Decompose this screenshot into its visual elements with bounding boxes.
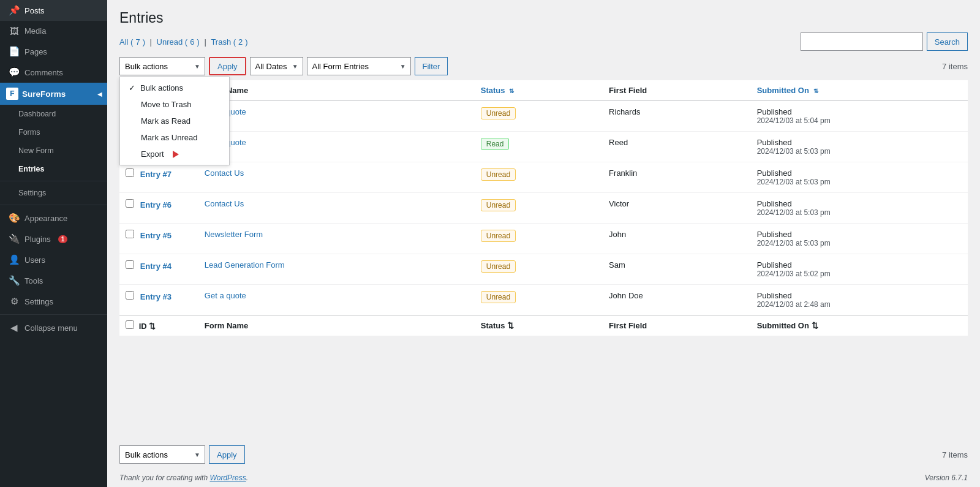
sidebar-item-sureforms[interactable]: F SureForms ◀ — [0, 83, 107, 105]
settings-icon: ⚙ — [9, 296, 20, 307]
appearance-icon: 🎨 — [9, 213, 20, 224]
filter-trash-link[interactable]: Trash (2) — [211, 37, 247, 47]
bulk-menu-item-mark-as-read[interactable]: Mark as Read — [120, 113, 229, 129]
bulk-menu-item-export[interactable]: Export — [120, 146, 229, 162]
cell-submitted-0: Published 2024/12/03 at 5:04 pm — [751, 101, 968, 132]
search-area: Search — [801, 32, 968, 51]
apply-button-bottom[interactable]: Apply — [209, 445, 245, 464]
tfoot-status[interactable]: Status ⇅ — [475, 315, 603, 336]
bulk-dropdown-menu: Bulk actions Move to Trash Mark as Read … — [119, 77, 230, 165]
forms-select[interactable]: All Form Entries — [307, 57, 411, 75]
entry-link-3[interactable]: Entry #6 — [140, 200, 172, 210]
table-body: Entry #9 Get a quote Unread Richards Pub… — [119, 101, 968, 315]
entry-link-2[interactable]: Entry #7 — [140, 170, 172, 179]
entry-link-4[interactable]: Entry #5 — [140, 231, 172, 240]
dates-wrapper: All Dates ▼ — [250, 57, 303, 75]
form-link-3[interactable]: Contact Us — [205, 199, 244, 208]
cell-form-1: Get a quote — [198, 132, 475, 162]
th-status[interactable]: Status ⇅ — [475, 80, 603, 101]
bulk-menu-item-bulk-actions[interactable]: Bulk actions — [120, 80, 229, 96]
comments-icon: 💬 — [9, 67, 20, 78]
bulk-actions-dropdown[interactable]: Bulk actions ▼ — [119, 57, 205, 75]
form-link-4[interactable]: Newsletter Form — [205, 230, 263, 239]
status-badge-6: Unread — [481, 291, 516, 303]
apply-button-top[interactable]: Apply — [209, 57, 246, 75]
form-link-6[interactable]: Get a quote — [205, 291, 246, 300]
sureforms-icon: F — [6, 88, 18, 100]
sidebar-item-tools[interactable]: 🔧 Tools — [0, 270, 107, 291]
cell-form-5: Lead Generation Form — [198, 254, 475, 285]
cell-first-field-0: Richards — [603, 101, 751, 132]
cell-id-3: Entry #6 — [119, 193, 198, 224]
bulk-menu-item-mark-as-unread[interactable]: Mark as Unread — [120, 129, 229, 146]
items-count-top: 7 items — [942, 62, 968, 71]
bottom-bar: Bulk actions ▼ Apply 7 items — [107, 440, 980, 469]
footer-status-sort-icon: ⇅ — [507, 321, 514, 330]
sidebar-item-settings[interactable]: ⚙ Settings — [0, 291, 107, 312]
sidebar-item-plugins[interactable]: 🔌 Plugins 1 — [0, 228, 107, 249]
cell-submitted-1: Published 2024/12/03 at 5:03 pm — [751, 132, 968, 162]
sidebar-item-appearance[interactable]: 🎨 Appearance — [0, 208, 107, 228]
th-first-field: First Field — [603, 80, 751, 101]
form-link-2[interactable]: Contact Us — [205, 168, 244, 178]
cell-submitted-3: Published 2024/12/03 at 5:03 pm — [751, 193, 968, 224]
status-badge-5: Unread — [481, 260, 516, 273]
tfoot-form-name: Form Name — [198, 315, 475, 336]
row-checkbox-2[interactable] — [126, 168, 134, 177]
cell-status-2: Unread — [475, 162, 603, 193]
table-row: Entry #5 Newsletter Form Unread John Pub… — [119, 224, 968, 254]
row-checkbox-3[interactable] — [126, 199, 134, 208]
row-checkbox-4[interactable] — [126, 230, 134, 238]
form-link-5[interactable]: Lead Generation Form — [205, 260, 285, 270]
search-button[interactable]: Search — [927, 32, 968, 51]
table-row: Entry #8 Get a quote Read Reed Published… — [119, 132, 968, 162]
content-area: ID ⇅ Form Name Status ⇅ First Field Subm — [107, 80, 980, 440]
entry-link-5[interactable]: Entry #4 — [140, 262, 172, 271]
sidebar-item-pages[interactable]: 📄 Pages — [0, 41, 107, 62]
posts-icon: 📌 — [9, 5, 20, 16]
sidebar-item-users[interactable]: 👤 Users — [0, 249, 107, 270]
bottom-bulk-select[interactable]: Bulk actions — [119, 445, 205, 464]
export-arrow-icon — [173, 151, 179, 158]
wordpress-link[interactable]: WordPress — [209, 474, 246, 482]
sidebar-item-comments[interactable]: 💬 Comments — [0, 62, 107, 83]
sidebar-item-new-form[interactable]: New Form — [0, 142, 107, 160]
status-sort-icon: ⇅ — [509, 88, 514, 94]
filter-button[interactable]: Filter — [415, 57, 448, 75]
bulk-actions-wrapper: Bulk actions ▼ Bulk actions Move to Tras… — [119, 57, 205, 75]
dates-select[interactable]: All Dates — [250, 57, 303, 75]
sidebar-item-collapse[interactable]: ◀ Collapse menu — [0, 317, 107, 338]
collapse-icon: ◀ — [9, 322, 20, 333]
sidebar-item-posts[interactable]: 📌 Posts — [0, 0, 107, 21]
cell-first-field-4: John — [603, 224, 751, 254]
sidebar-item-settings-sf[interactable]: Settings — [0, 184, 107, 202]
cell-form-0: Get a quote — [198, 101, 475, 132]
sidebar-item-entries[interactable]: Entries — [0, 160, 107, 178]
bulk-menu-item-move-to-trash[interactable]: Move to Trash — [120, 96, 229, 113]
filter-all-link[interactable]: All (7) — [119, 37, 145, 47]
cell-submitted-6: Published 2024/12/03 at 2:48 am — [751, 285, 968, 315]
filter-unread-link[interactable]: Unread (6) — [157, 37, 200, 47]
sidebar-item-forms[interactable]: Forms — [0, 123, 107, 142]
cell-id-2: Entry #7 — [119, 162, 198, 193]
search-input[interactable] — [801, 32, 923, 51]
cell-submitted-2: Published 2024/12/03 at 5:03 pm — [751, 162, 968, 193]
table-header-row: ID ⇅ Form Name Status ⇅ First Field Subm — [119, 80, 968, 101]
table-row: Entry #9 Get a quote Unread Richards Pub… — [119, 101, 968, 132]
tfoot-submitted-on[interactable]: Submitted On ⇅ — [751, 315, 968, 336]
plugins-badge: 1 — [58, 235, 68, 243]
sidebar-item-media[interactable]: 🖼 Media — [0, 21, 107, 41]
row-checkbox-6[interactable] — [126, 291, 134, 300]
cell-submitted-4: Published 2024/12/03 at 5:03 pm — [751, 224, 968, 254]
footer-id-sort-icon[interactable]: ⇅ — [149, 322, 156, 331]
footer-select-all-checkbox[interactable] — [126, 320, 134, 329]
sidebar-item-dashboard[interactable]: Dashboard — [0, 105, 107, 123]
pages-icon: 📄 — [9, 46, 20, 57]
submitted-sort-icon: ⇅ — [813, 88, 818, 94]
filter-links: All (7) | Unread (6) | Trash (2) — [119, 37, 248, 47]
entry-link-6[interactable]: Entry #3 — [140, 292, 172, 301]
row-checkbox-5[interactable] — [126, 260, 134, 269]
cell-id-4: Entry #5 — [119, 224, 198, 254]
th-submitted-on[interactable]: Submitted On ⇅ — [751, 80, 968, 101]
sidebar: 📌 Posts 🖼 Media 📄 Pages 💬 Comments F Sur… — [0, 0, 107, 487]
